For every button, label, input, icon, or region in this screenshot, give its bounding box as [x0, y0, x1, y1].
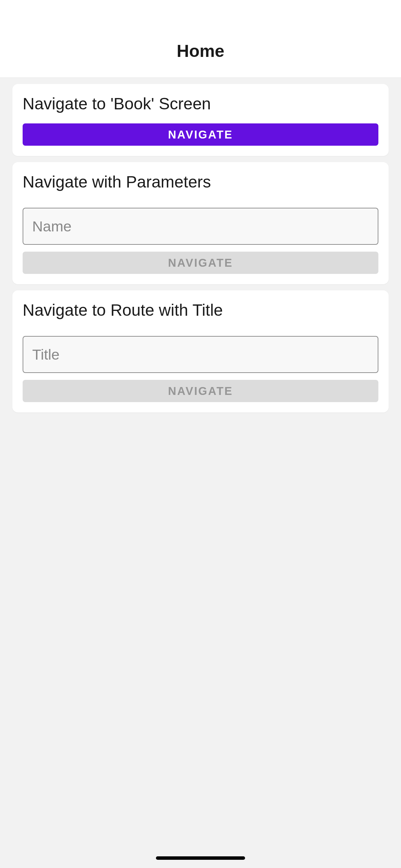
navigate-route-button[interactable]: NAVIGATE: [23, 380, 378, 402]
page-title: Home: [0, 41, 401, 61]
status-bar: [0, 0, 401, 34]
content-area: Navigate to 'Book' Screen NAVIGATE Navig…: [0, 78, 401, 425]
card-title-params: Navigate with Parameters: [23, 172, 378, 191]
name-field[interactable]: [23, 208, 378, 245]
header: Home: [0, 34, 401, 78]
navigate-book-button[interactable]: NAVIGATE: [23, 123, 378, 146]
card-title-route: Navigate to Route with Title: [23, 301, 378, 320]
navigate-params-button[interactable]: NAVIGATE: [23, 252, 378, 274]
home-indicator[interactable]: [156, 856, 245, 860]
card-navigate-params: Navigate with Parameters NAVIGATE: [12, 162, 389, 284]
card-navigate-book: Navigate to 'Book' Screen NAVIGATE: [12, 84, 389, 156]
title-field[interactable]: [23, 336, 378, 373]
card-title-book: Navigate to 'Book' Screen: [23, 94, 378, 113]
card-navigate-route: Navigate to Route with Title NAVIGATE: [12, 290, 389, 412]
